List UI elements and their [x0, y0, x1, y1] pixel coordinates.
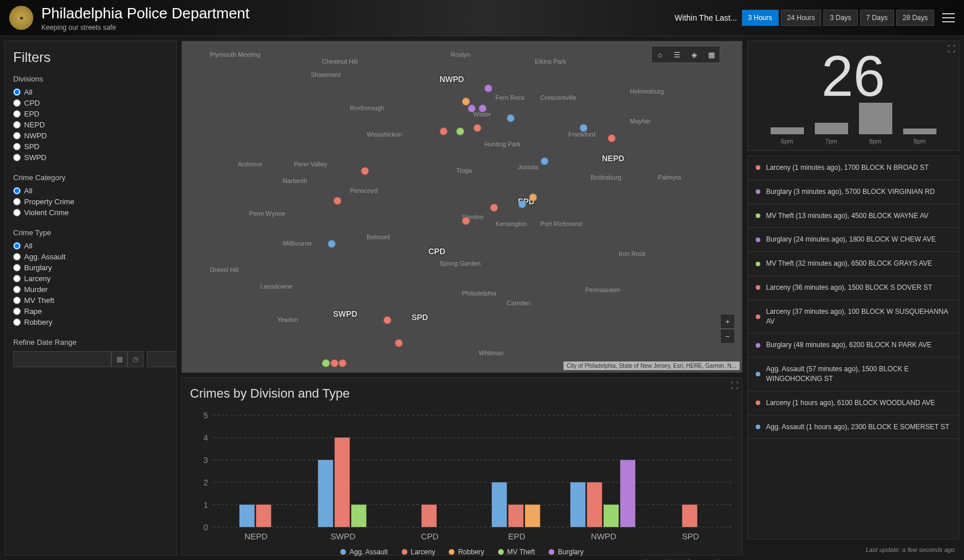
division-option[interactable]: NWPD — [13, 131, 168, 140]
event-row[interactable]: Larceny (1 minutes ago), 1700 BLOCK N BR… — [748, 156, 959, 180]
map-marker[interactable] — [541, 157, 549, 165]
zoom-in-button[interactable]: + — [720, 314, 735, 329]
division-option[interactable]: SWPD — [13, 153, 168, 162]
map-marker[interactable] — [462, 98, 470, 106]
category-radio[interactable] — [13, 187, 21, 195]
map-marker[interactable] — [608, 134, 616, 142]
layers-icon[interactable]: ◈ — [686, 46, 702, 63]
division-radio[interactable] — [13, 99, 21, 107]
division-option[interactable]: All — [13, 88, 168, 96]
map-marker[interactable] — [440, 127, 448, 135]
time-btn-3-days[interactable]: 3 Days — [823, 10, 857, 26]
event-row[interactable]: Larceny (36 minutes ago), 1500 BLOCK S D… — [748, 276, 959, 300]
event-row[interactable]: Burglary (24 minutes ago), 1800 BLOCK W … — [748, 228, 959, 252]
category-option[interactable]: Violent Crime — [13, 208, 168, 217]
event-row[interactable]: MV Theft (32 minutes ago), 6500 BLOCK GR… — [748, 252, 959, 276]
crimetype-radio[interactable] — [13, 286, 21, 293]
crimetype-radio[interactable] — [13, 308, 21, 315]
district-label: NWPD — [440, 75, 464, 84]
legend-dot-icon — [549, 549, 554, 555]
crimetype-radio[interactable] — [13, 297, 21, 304]
division-radio[interactable] — [13, 143, 21, 150]
map-marker[interactable] — [331, 359, 339, 367]
division-option[interactable]: SPD — [13, 142, 168, 151]
division-radio[interactable] — [13, 154, 21, 161]
division-option[interactable]: EPD — [13, 110, 168, 118]
time-btn-3-hours[interactable]: 3 Hours — [742, 10, 779, 26]
map-marker[interactable] — [462, 217, 470, 225]
clock-icon[interactable]: ◷ — [127, 351, 143, 367]
legend-item[interactable]: Robbery — [449, 548, 484, 556]
list-icon[interactable]: ☰ — [669, 46, 685, 63]
event-row[interactable]: Agg. Assault (57 minutes ago), 1500 BLOC… — [748, 357, 959, 391]
event-row[interactable]: Larceny (1 hours ago), 6100 BLOCK WOODLA… — [748, 391, 959, 415]
category-option[interactable]: All — [13, 186, 168, 195]
expand-icon[interactable]: ⛶ — [946, 44, 957, 54]
map-marker[interactable] — [529, 193, 537, 201]
crimetype-radio[interactable] — [13, 253, 21, 260]
crimetype-option[interactable]: Rape — [13, 307, 168, 316]
legend-item[interactable]: MV Theft — [498, 548, 535, 556]
map[interactable]: ⌂ ☰ ◈ ▦ + − City of Philadelphia, State … — [182, 41, 742, 372]
calendar-icon[interactable]: ▦ — [111, 351, 127, 367]
category-radio[interactable] — [13, 198, 21, 205]
svg-text:4: 4 — [204, 433, 208, 442]
crimetype-option[interactable]: All — [13, 242, 168, 250]
map-marker[interactable] — [333, 197, 341, 205]
map-marker[interactable] — [328, 240, 336, 248]
division-radio[interactable] — [13, 132, 21, 139]
date-to-input[interactable] — [147, 351, 177, 367]
zoom-out-button[interactable]: − — [720, 329, 735, 344]
crimetype-radio[interactable] — [13, 318, 21, 326]
event-row[interactable]: Larceny (37 minutes ago), 100 BLOCK W SU… — [748, 300, 959, 334]
map-marker[interactable] — [507, 114, 515, 122]
map-marker[interactable] — [383, 316, 391, 324]
crimetype-radio[interactable] — [13, 242, 21, 250]
map-marker[interactable] — [322, 359, 330, 367]
home-icon[interactable]: ⌂ — [652, 46, 668, 63]
crimetype-option[interactable]: Agg. Assault — [13, 252, 168, 261]
division-option[interactable]: NEPD — [13, 120, 168, 129]
map-marker[interactable] — [339, 359, 347, 367]
crimetype-option[interactable]: Robbery — [13, 318, 168, 326]
place-label: Port Richmond — [541, 220, 582, 227]
map-marker[interactable] — [484, 84, 492, 92]
legend-item[interactable]: Burglary — [549, 548, 584, 556]
division-option[interactable]: CPD — [13, 99, 168, 107]
crimetype-option[interactable]: MV Theft — [13, 296, 168, 305]
expand-icon[interactable]: ⛶ — [729, 380, 740, 391]
event-row[interactable]: MV Theft (13 minutes ago), 4500 BLOCK WA… — [748, 204, 959, 228]
time-btn-24-hours[interactable]: 24 Hours — [781, 10, 822, 26]
event-dot-icon — [756, 285, 760, 290]
division-radio[interactable] — [13, 121, 21, 129]
crimetype-option[interactable]: Burglary — [13, 263, 168, 272]
map-marker[interactable] — [473, 124, 481, 132]
map-marker[interactable] — [479, 104, 487, 112]
category-option[interactable]: Property Crime — [13, 197, 168, 206]
map-marker[interactable] — [456, 127, 464, 135]
map-marker[interactable] — [518, 200, 526, 208]
legend-item[interactable]: Larceny — [402, 548, 436, 556]
crimetype-radio[interactable] — [13, 275, 21, 282]
division-radio[interactable] — [13, 88, 21, 96]
map-marker[interactable] — [490, 204, 498, 212]
crimetype-option[interactable]: Murder — [13, 285, 168, 294]
map-marker[interactable] — [468, 104, 476, 112]
time-btn-28-days[interactable]: 28 Days — [896, 10, 934, 26]
event-row[interactable]: Burglary (48 minutes ago), 6200 BLOCK N … — [748, 333, 959, 357]
svg-text:SWPD: SWPD — [331, 532, 355, 541]
crimetype-option[interactable]: Larceny — [13, 274, 168, 283]
event-row[interactable]: Burglary (3 minutes ago), 5700 BLOCK VIR… — [748, 180, 959, 204]
hour-bar: 7pm — [815, 123, 848, 145]
event-row[interactable]: Agg. Assault (1 hours ago), 2300 BLOCK E… — [748, 415, 959, 440]
legend-item[interactable]: Agg. Assault — [340, 548, 388, 556]
time-btn-7-days[interactable]: 7 Days — [860, 10, 894, 26]
basemap-icon[interactable]: ▦ — [703, 46, 720, 63]
menu-icon[interactable] — [942, 13, 955, 22]
map-marker[interactable] — [395, 339, 403, 347]
category-radio[interactable] — [13, 209, 21, 216]
map-marker[interactable] — [361, 167, 369, 175]
date-from-input[interactable] — [13, 351, 111, 367]
crimetype-radio[interactable] — [13, 264, 21, 271]
division-radio[interactable] — [13, 110, 21, 118]
